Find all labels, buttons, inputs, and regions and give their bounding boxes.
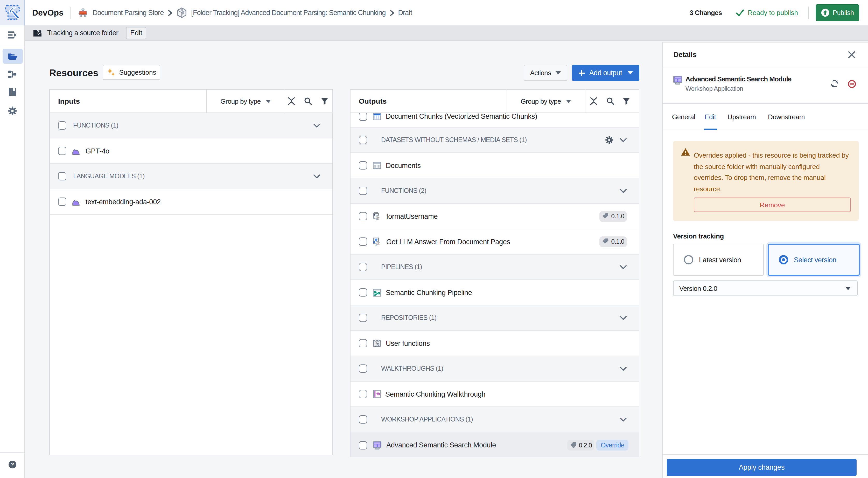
svg-text:fx: fx: [376, 215, 379, 220]
svg-text:?: ?: [11, 461, 14, 467]
svg-text:fx: fx: [375, 341, 379, 346]
svg-text:fx: fx: [376, 240, 379, 246]
